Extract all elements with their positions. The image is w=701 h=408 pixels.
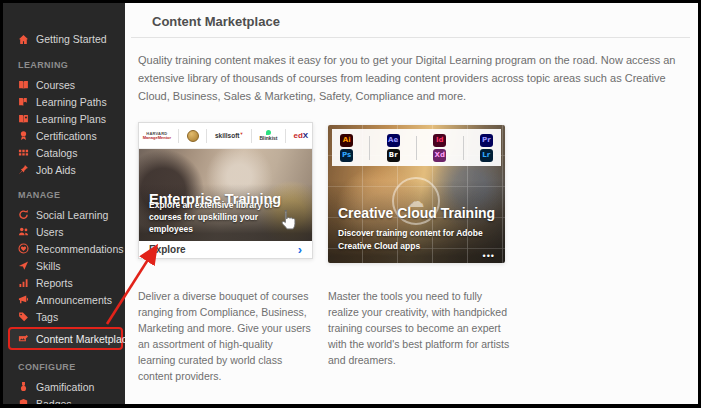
sidebar-item-reports[interactable]: Reports xyxy=(3,274,125,291)
logo-divider xyxy=(251,129,252,143)
creative-description: Master the tools you need to fully reali… xyxy=(328,289,510,385)
enterprise-description: Deliver a diverse bouquet of courses ran… xyxy=(138,289,312,385)
chevron-right-icon: › xyxy=(298,243,302,256)
app-icon-column: Ae Br xyxy=(387,134,400,162)
illustrator-icon: Ai xyxy=(340,134,353,147)
sidebar-item-gamification[interactable]: Gamification xyxy=(3,378,125,395)
sidebar-section-learning: LEARNING xyxy=(3,60,125,70)
creative-cloud-training-card[interactable]: ☁ Ai Ps Ae Br Id Xd xyxy=(328,125,505,263)
learning-plan-icon xyxy=(18,113,29,124)
bar-chart-icon xyxy=(18,277,29,288)
social-learning-icon xyxy=(18,209,29,220)
indesign-icon: Id xyxy=(433,134,446,147)
sidebar-item-label: Learning Plans xyxy=(36,113,106,125)
lightroom-icon: Lr xyxy=(480,149,493,162)
sidebar-item-label: Catalogs xyxy=(36,147,77,159)
main-content: Content Marketplace Quality training con… xyxy=(125,3,698,404)
sidebar-item-label: Getting Started xyxy=(36,33,107,45)
megaphone-icon xyxy=(18,294,29,305)
seal-logo xyxy=(187,130,199,142)
after-effects-icon: Ae xyxy=(387,134,400,147)
harvard-managementor-logo: HARVARD ManageMentor xyxy=(143,132,171,140)
bridge-icon: Br xyxy=(387,149,400,162)
descriptions-row: Deliver a diverse bouquet of courses ran… xyxy=(138,289,698,385)
sidebar-item-skills[interactable]: Skills xyxy=(3,257,125,274)
logo-divider xyxy=(206,129,207,143)
intro-paragraph: Quality training content makes it easy f… xyxy=(138,52,678,105)
medal-icon xyxy=(18,381,29,392)
sidebar-item-label: Certifications xyxy=(36,130,97,142)
book-icon xyxy=(18,79,29,90)
app-icon-column: Pr Lr xyxy=(480,134,493,162)
content-marketplace-highlight-box: Content Marketplace xyxy=(8,327,123,350)
page-title: Content Marketplace xyxy=(152,14,280,29)
badge-icon xyxy=(18,398,29,404)
sidebar-item-recommendations[interactable]: Recommendations xyxy=(3,240,125,257)
sidebar-section-manage: MANAGE xyxy=(3,190,125,200)
premiere-icon: Pr xyxy=(480,134,493,147)
sidebar-item-label: Social Learning xyxy=(36,209,108,221)
creative-card-title: Creative Cloud Training xyxy=(338,205,495,221)
ellipsis-label: ••• xyxy=(483,251,495,261)
blinkist-logo: Blinkist xyxy=(259,130,277,141)
sidebar-item-content-marketplace[interactable]: Content Marketplace xyxy=(10,329,121,348)
sidebar-item-label: Announcements xyxy=(36,294,112,306)
explore-label: Explore xyxy=(149,244,186,255)
cards-row: HARVARD ManageMentor skillsoft▼ Blinkist xyxy=(138,122,698,263)
sidebar-item-learning-paths[interactable]: Learning Paths xyxy=(3,93,125,110)
sidebar-item-social-learning[interactable]: Social Learning xyxy=(3,206,125,223)
paper-plane-icon xyxy=(18,260,29,271)
sidebar: Getting Started LEARNING Courses Learnin… xyxy=(3,3,125,404)
app-strip-divider xyxy=(416,136,417,160)
sidebar-item-label: Badges xyxy=(36,398,72,405)
sidebar-item-label: Job Aids xyxy=(36,164,76,176)
learning-path-icon xyxy=(18,96,29,107)
sidebar-item-label: Gamification xyxy=(36,381,94,393)
enterprise-card-subtitle: Explore an extensive library of courses … xyxy=(149,199,299,236)
sidebar-item-tags[interactable]: Tags xyxy=(3,308,125,325)
photoshop-icon: Ps xyxy=(340,149,353,162)
sidebar-item-getting-started[interactable]: Getting Started xyxy=(3,30,125,48)
sidebar-item-label: Users xyxy=(36,226,63,238)
sidebar-item-label: Skills xyxy=(36,260,61,272)
adobe-app-icon-strip: Ai Ps Ae Br Id Xd Pr xyxy=(332,129,501,166)
sidebar-item-catalogs[interactable]: Catalogs xyxy=(3,144,125,161)
app-strip-divider xyxy=(463,136,464,160)
tag-icon xyxy=(18,311,29,322)
page-header: Content Marketplace xyxy=(131,3,690,38)
explore-button[interactable]: Explore › xyxy=(139,241,312,258)
sidebar-item-label: Tags xyxy=(36,311,58,323)
logo-divider xyxy=(285,129,286,143)
sidebar-item-users[interactable]: Users xyxy=(3,223,125,240)
creative-card-subtitle: Discover training content for Adobe Crea… xyxy=(338,227,498,253)
sidebar-item-label: Content Marketplace xyxy=(36,333,125,345)
sidebar-item-job-aids[interactable]: Job Aids xyxy=(3,161,125,178)
edx-logo: edX xyxy=(293,132,308,140)
app-icon-column: Ai Ps xyxy=(340,134,353,162)
enterprise-card-image: Enterprise Training Explore an extensive… xyxy=(139,149,312,241)
app-window: Getting Started LEARNING Courses Learnin… xyxy=(3,3,698,404)
pin-icon xyxy=(18,164,29,175)
sidebar-item-badges[interactable]: Badges xyxy=(3,395,125,404)
sidebar-item-announcements[interactable]: Announcements xyxy=(3,291,125,308)
sidebar-item-learning-plans[interactable]: Learning Plans xyxy=(3,110,125,127)
skillsoft-logo: skillsoft▼ xyxy=(215,132,244,140)
sidebar-item-certifications[interactable]: Certifications xyxy=(3,127,125,144)
logo-divider xyxy=(178,129,179,143)
certificate-icon xyxy=(18,130,29,141)
sidebar-item-courses[interactable]: Courses xyxy=(3,76,125,93)
home-icon xyxy=(18,34,29,45)
sidebar-item-label: Learning Paths xyxy=(36,96,107,108)
provider-logo-strip: HARVARD ManageMentor skillsoft▼ Blinkist xyxy=(139,123,312,149)
sidebar-item-label: Recommendations xyxy=(36,243,124,255)
app-strip-divider xyxy=(369,136,370,160)
grid-icon xyxy=(18,147,29,158)
sidebar-item-label: Reports xyxy=(36,277,73,289)
xd-icon: Xd xyxy=(433,149,446,162)
sidebar-item-label: Courses xyxy=(36,79,75,91)
heart-icon xyxy=(18,243,29,254)
enterprise-training-card[interactable]: HARVARD ManageMentor skillsoft▼ Blinkist xyxy=(138,122,313,259)
sidebar-section-configure: CONFIGURE xyxy=(3,362,125,372)
image-icon xyxy=(18,333,29,344)
users-icon xyxy=(18,226,29,237)
